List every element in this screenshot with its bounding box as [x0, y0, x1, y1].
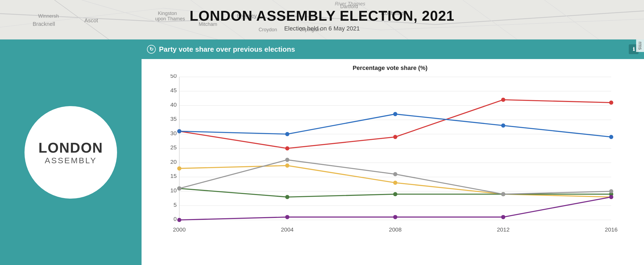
chart-header-title: Party vote share over previous elections	[159, 45, 295, 54]
svg-point-68	[393, 181, 397, 185]
svg-point-72	[285, 195, 289, 199]
chart-header: ↻ Party vote share over previous electio…	[142, 39, 644, 59]
svg-point-57	[285, 146, 289, 150]
svg-text:0: 0	[173, 216, 177, 222]
svg-point-83	[393, 215, 397, 219]
svg-point-77	[285, 158, 289, 162]
svg-point-63	[393, 112, 397, 116]
main-title: LONDON ASSEMBLY ELECTION, 2021	[190, 8, 455, 24]
svg-point-81	[177, 218, 181, 222]
line-chart: 0 5 10 15 20 25 30 35 40 45 50 2000 2004…	[147, 74, 633, 251]
svg-text:2008: 2008	[389, 226, 402, 233]
svg-point-65	[609, 135, 613, 139]
chart-area: Percentage vote share (%)	[142, 59, 644, 258]
svg-text:30: 30	[170, 130, 177, 136]
svg-point-66	[177, 166, 181, 170]
svg-text:20: 20	[170, 159, 177, 165]
subtitle: Election held on 6 May 2021	[284, 25, 360, 32]
page-wrapper: Winnersh Bracknell Ascot Kingston upon T…	[0, 0, 644, 265]
svg-point-60	[609, 101, 613, 105]
svg-point-80	[609, 189, 613, 193]
title-area: LONDON ASSEMBLY ELECTION, 2021 Election …	[0, 0, 644, 39]
svg-text:50: 50	[170, 74, 177, 79]
svg-point-82	[285, 215, 289, 219]
svg-text:2016: 2016	[605, 226, 618, 233]
svg-point-76	[177, 186, 181, 190]
svg-point-73	[393, 192, 397, 196]
svg-point-79	[501, 192, 505, 196]
svg-text:2000: 2000	[173, 226, 186, 233]
logo-line2: ASSEMBLY	[45, 156, 97, 165]
svg-text:40: 40	[170, 101, 177, 108]
svg-text:25: 25	[170, 144, 177, 150]
svg-text:2012: 2012	[497, 226, 510, 233]
svg-rect-27	[179, 77, 611, 223]
chart-header-left: ↻ Party vote share over previous electio…	[147, 45, 295, 54]
chart-title: Percentage vote share (%)	[147, 64, 633, 72]
svg-text:5: 5	[173, 202, 177, 208]
svg-text:15: 15	[170, 173, 177, 179]
svg-point-59	[501, 98, 505, 102]
logo-circle: LONDON ASSEMBLY	[24, 106, 117, 199]
left-panel: LONDON ASSEMBLY	[0, 39, 142, 265]
terms-text: rms	[636, 39, 644, 52]
svg-text:2004: 2004	[281, 226, 294, 233]
svg-point-67	[285, 164, 289, 168]
logo-line1: LONDON	[38, 140, 103, 156]
svg-point-78	[393, 172, 397, 176]
svg-point-61	[177, 129, 181, 133]
svg-point-64	[501, 124, 505, 128]
right-content: ↻ Party vote share over previous electio…	[142, 39, 644, 265]
svg-text:10: 10	[170, 187, 177, 193]
svg-point-58	[393, 135, 397, 139]
svg-point-85	[609, 195, 613, 199]
svg-text:35: 35	[170, 116, 177, 122]
refresh-icon: ↻	[147, 45, 156, 54]
svg-point-62	[285, 132, 289, 136]
svg-point-84	[501, 215, 505, 219]
svg-text:45: 45	[170, 87, 177, 93]
